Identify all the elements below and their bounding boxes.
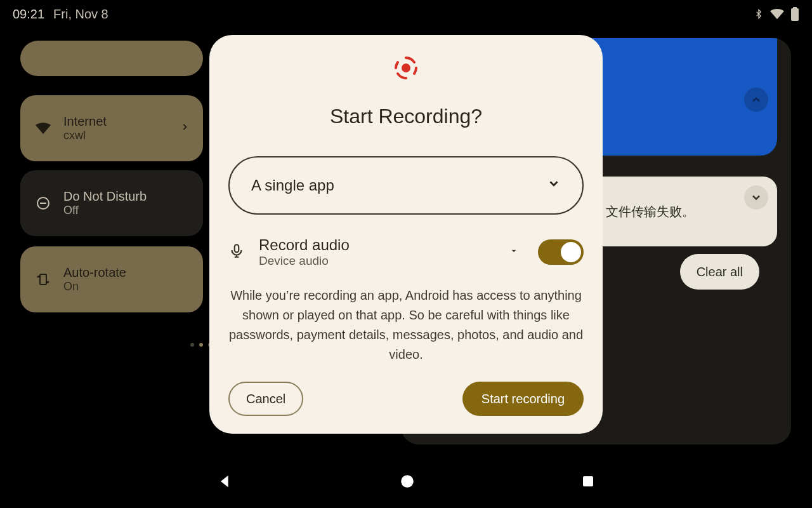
chevron-down-icon — [547, 177, 561, 194]
record-audio-label: Record audio — [259, 236, 350, 254]
record-audio-toggle[interactable] — [538, 239, 584, 265]
audio-source-dropdown[interactable] — [509, 246, 519, 258]
cancel-label: Cancel — [246, 392, 285, 406]
mic-icon — [228, 243, 245, 262]
dialog-title: Start Recording? — [330, 105, 482, 128]
dropdown-value: A single app — [251, 177, 334, 194]
start-recording-dialog: Start Recording? A single app Record aud… — [209, 35, 603, 434]
svg-rect-8 — [235, 244, 239, 252]
svg-point-7 — [402, 64, 410, 72]
cancel-button[interactable]: Cancel — [228, 382, 303, 416]
record-mode-dropdown[interactable]: A single app — [228, 156, 584, 215]
record-icon — [393, 55, 419, 83]
dialog-disclosure: While you’re recording an app, Android h… — [228, 286, 584, 364]
start-label: Start recording — [481, 392, 565, 406]
record-audio-sublabel: Device audio — [259, 254, 350, 268]
start-recording-button[interactable]: Start recording — [462, 382, 584, 416]
